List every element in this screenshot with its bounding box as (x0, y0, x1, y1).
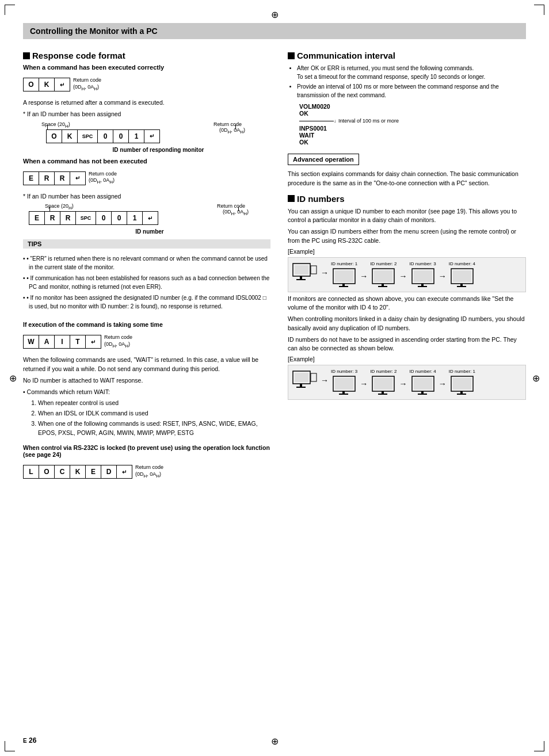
ok-cell-o: O (23, 78, 39, 91)
monitor2-unit: ID number: 2 (370, 261, 396, 288)
id-body3: When controlling monitors linked in a da… (288, 315, 526, 333)
monitor3-icon (411, 268, 435, 288)
annot-line-space (47, 125, 48, 129)
volm-label: VOLM0020 (299, 103, 526, 110)
wait-cmd-3: When one of the following commands is us… (38, 419, 270, 438)
page-number: EE 26 26 (23, 736, 36, 744)
chain-arrow-7: → (399, 369, 407, 388)
example1-diagram: → ID number: 1 → (288, 257, 526, 292)
monitor-ex2-4-label: ID number: 1 (449, 369, 475, 374)
monitor3-id-label: ID number: 3 (410, 261, 436, 266)
not-executed-subtitle: When a command has not been executed (23, 158, 270, 165)
chain-arrow-3: → (399, 261, 407, 281)
corner-mark-bl (5, 741, 15, 751)
svg-rect-11 (374, 270, 392, 282)
err-id-code-block: Space (20H) Return code (0DH, 0AH) E R R… (29, 211, 270, 225)
return-label-id-top: Return code (214, 121, 242, 127)
interval-arrow: ↓ (334, 119, 336, 124)
comm-items: After OK or ERR is returned, you must se… (288, 64, 526, 100)
id-bullet (288, 195, 295, 202)
monitor-ex2-3-label: ID number: 4 (410, 369, 436, 374)
ok-cell-k: K (39, 78, 55, 91)
svg-rect-30 (342, 391, 345, 394)
example2-label: [Example] (288, 356, 526, 362)
chain-arrow-8: → (439, 369, 447, 388)
interval-diagram: VOLM0020 OK ↓ Interval of 100 ms or more… (299, 103, 526, 146)
err-return-label-bottom: (0DH, 0AH) (223, 209, 249, 216)
id-body2: You can assign ID numbers either from th… (288, 227, 526, 246)
left-column: Response code format When a command has … (23, 51, 270, 486)
svg-rect-41 (453, 378, 471, 390)
example1-caption: If monitors are connected as shown above… (288, 295, 526, 313)
monitor4-icon (450, 268, 474, 288)
right-column: Communication interval After OK or ERR i… (288, 51, 526, 486)
svg-rect-19 (453, 270, 471, 282)
page: ⊕ ⊕ ⊕ ⊕ Controlling the Monitor with a P… (0, 0, 549, 756)
svg-rect-21 (457, 286, 466, 287)
corner-mark-br (534, 741, 544, 751)
comm-item-1: After OK or ERR is returned, you must se… (297, 64, 526, 81)
inps-label: INPS0001 (299, 125, 526, 132)
tips-item-2: • If communication has not been establis… (23, 274, 270, 291)
svg-rect-3 (296, 279, 306, 280)
svg-rect-35 (378, 394, 387, 395)
ok-cell-return: ↵ (54, 78, 70, 91)
err-return-label: Return code(0DH, 0AH) (89, 171, 117, 186)
tips-content: • "ERR" is returned when there is no rel… (23, 251, 270, 316)
interval-line: ↓ Interval of 100 ms or more (299, 118, 526, 124)
monitor-ex2-2-icon (371, 375, 395, 396)
wait-body2: No ID number is attached to WAIT respons… (23, 376, 270, 385)
ok-code-row: O K ↵ Return code(0DH, 0AH) (23, 74, 270, 95)
svg-rect-8 (342, 284, 345, 286)
chain-arrow-1: → (321, 261, 329, 277)
svg-rect-23 (295, 373, 308, 382)
monitor-ex2-1: ID number: 3 (331, 369, 357, 396)
ok-cells: O K ↵ (23, 78, 70, 91)
svg-rect-24 (300, 384, 302, 387)
id-note: * If an ID number has been assigned (23, 110, 270, 119)
tips-item-3: • If no monitor has been assigned the de… (23, 293, 270, 311)
svg-rect-16 (421, 284, 424, 286)
lock-return-label: Return code(0DH, 0AH) (135, 464, 163, 479)
interval-text: Interval of 100 ms or more (338, 118, 399, 124)
pc-icon-2 (292, 370, 318, 392)
monitor1-id-label: ID number: 1 (331, 261, 357, 266)
wait-label: WAIT (299, 132, 526, 139)
wait-return-label: Return code(0DH, 0AH) (104, 334, 132, 349)
svg-rect-12 (382, 284, 384, 286)
corner-mark-tl (5, 5, 15, 15)
tips-item-1: • "ERR" is returned when there is no rel… (23, 254, 270, 272)
corner-mark-tr (534, 5, 544, 15)
ok-return-label: Return code(0DH, 0AH) (73, 77, 101, 92)
id-note2: * If an ID number has been assigned (23, 192, 270, 201)
svg-rect-27 (312, 375, 315, 380)
id-body1: You can assign a unique ID number to eac… (288, 207, 526, 226)
section-bullet (23, 52, 30, 59)
example2-units: → ID number: 3 → (292, 369, 522, 396)
wait-code-row: W A I T ↵ Return code(0DH, 0AH) (23, 331, 270, 352)
main-content: Response code format When a command has … (23, 51, 526, 486)
tips-section: TIPS • "ERR" is returned when there is n… (23, 239, 270, 316)
wait-commands-list: When repeater control is used When an ID… (23, 399, 270, 437)
lock-cells: L O C K E D ↵ (23, 465, 132, 479)
header-bar: Controlling the Monitor with a PC (23, 23, 526, 39)
advanced-body: This section explains commands for daisy… (288, 170, 526, 188)
id-monitor-label: ID number of responding monitor (46, 147, 270, 153)
wait-cmd-2: When an IDSL or IDLK command is used (38, 409, 270, 418)
err-cells: E R R ↵ (23, 171, 85, 185)
wait-cmd-1: When repeater control is used (38, 399, 270, 408)
right-center-cross: ⊕ (532, 373, 540, 384)
response-text: A response is returned after a command i… (23, 98, 270, 108)
svg-rect-29 (335, 378, 353, 390)
chain-arrow-5: → (321, 369, 329, 385)
monitor4-unit: ID number: 4 (449, 261, 475, 288)
example1-label: [Example] (288, 248, 526, 255)
comm-interval-section: Communication interval After OK or ERR i… (288, 51, 526, 188)
wait-subtitle: If execution of the command is taking so… (23, 321, 270, 328)
svg-rect-1 (295, 265, 308, 274)
lock-code-row: L O C K E D ↵ Return code(0DH, 0AH) (23, 461, 270, 482)
chain-arrow-2: → (360, 261, 368, 281)
comm-item-2: Provide an interval of 100 ms or more be… (297, 82, 526, 100)
monitor1-unit: ID number: 1 (331, 261, 357, 288)
svg-rect-2 (300, 276, 302, 279)
